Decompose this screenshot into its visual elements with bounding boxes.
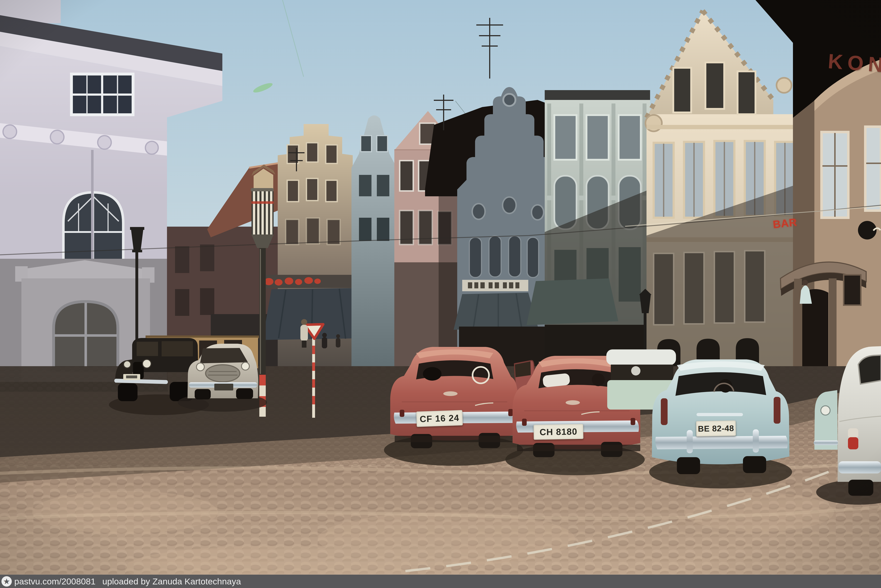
vintage-photo-town-square: CF 16 24 CH 8180 BE 82-48 KON BAR ★ past… (0, 0, 881, 588)
license-plate-red-car-2: CH 8180 (534, 424, 583, 440)
pastvu-star-logo-icon: ★ (2, 576, 12, 586)
bar-neon-sign: BAR (773, 216, 797, 231)
vignette (0, 0, 881, 588)
license-plate-blue-car: BE 82-48 (696, 420, 736, 436)
caption-credit: uploaded by Zanuda Kartotechnaya (102, 576, 241, 586)
scene-painting (0, 0, 881, 588)
caption-bar: ★ pastvu.com/2008081 uploaded by Zanuda … (0, 574, 881, 588)
kon-store-sign: KON (827, 48, 881, 78)
caption-url: pastvu.com/2008081 (14, 576, 96, 586)
license-plate-red-car-1: CF 16 24 (416, 410, 463, 427)
